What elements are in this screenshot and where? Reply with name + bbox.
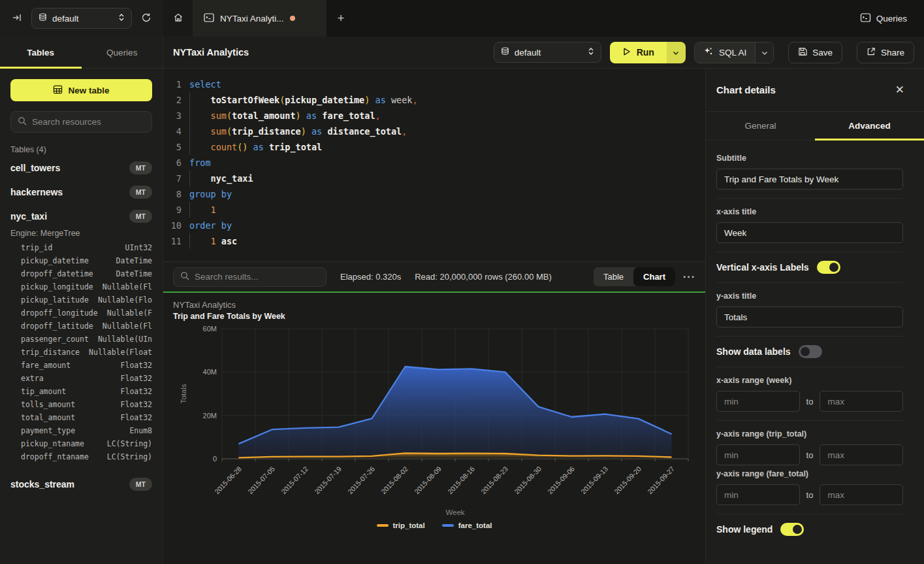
table-row-cell-towers[interactable]: cell_towers MT — [10, 156, 152, 180]
column-row: dropoff_datetimeDateTime — [21, 269, 152, 282]
code-line[interactable]: 9 1 — [163, 202, 705, 218]
chart-canvas[interactable]: 020M40M60M2015-06-282015-07-052015-07-12… — [173, 323, 705, 522]
divider — [716, 514, 903, 514]
yrange-fare-max-input[interactable] — [820, 484, 903, 505]
new-tab-button[interactable]: + — [327, 0, 355, 37]
xrange-max-input[interactable] — [820, 391, 903, 412]
code-line[interactable]: 6from — [163, 155, 705, 171]
table-row-stocks-stream[interactable]: stocks_stream MT — [10, 472, 152, 496]
xrange-min-input[interactable] — [716, 391, 800, 412]
search-results-input[interactable] — [195, 272, 319, 282]
data-labels-toggle[interactable] — [799, 345, 822, 358]
legend-item-fare_total[interactable]: fare_total — [442, 522, 492, 529]
svg-text:2015-07-19: 2015-07-19 — [313, 465, 343, 495]
results-more-button[interactable]: ··· — [683, 271, 695, 283]
sql-ai-button[interactable]: SQL AI — [695, 42, 755, 63]
code-line[interactable]: 4 sum(trip_distance) as distance_total, — [163, 124, 705, 139]
code-text: order by — [182, 218, 232, 233]
column-row: pickup_longitudeNullable(Fl — [21, 282, 152, 295]
code-line[interactable]: 11 1 asc — [163, 233, 705, 249]
range-to-label: to — [806, 490, 814, 500]
xaxis-title-input[interactable] — [716, 222, 903, 243]
refresh-button[interactable] — [138, 10, 154, 27]
sql-ai-options-button[interactable] — [755, 42, 773, 63]
sidebar-body: New table Tables (4) cell_towers MT hack… — [0, 69, 163, 564]
column-type: DateTime — [116, 269, 152, 282]
query-tab[interactable]: NYTaxi Analyti... — [193, 0, 327, 37]
yrange-trip-min-input[interactable] — [716, 444, 800, 465]
code-line[interactable]: 7 nyc_taxi — [163, 171, 705, 186]
view-toggle-chart[interactable]: Chart — [633, 267, 675, 286]
divider — [716, 252, 903, 252]
code-line[interactable]: 8group by — [163, 186, 705, 202]
yaxis-title-input[interactable] — [716, 307, 903, 327]
engine-badge: MT — [129, 186, 152, 199]
code-text: sum(total_amount) as fare_total, — [182, 108, 381, 124]
vertical-labels-row: Vertical x-axis Labels — [716, 261, 903, 274]
home-tab[interactable] — [163, 0, 193, 37]
sidebar-tab-queries[interactable]: Queries — [82, 37, 163, 68]
queries-button[interactable]: Queries — [860, 13, 907, 24]
legend-item-trip_total[interactable]: trip_total — [377, 522, 425, 529]
view-toggle-table[interactable]: Table — [594, 267, 633, 286]
code-line[interactable]: 1select — [163, 76, 705, 92]
column-name: pickup_longitude — [21, 282, 93, 295]
column-type: Float32 — [121, 400, 152, 413]
svg-text:20M: 20M — [203, 412, 217, 420]
search-resources-input[interactable] — [32, 117, 145, 127]
workspace: NYTaxi Analytics default Run — [163, 37, 924, 564]
share-button[interactable]: Share — [857, 42, 914, 63]
save-button[interactable]: Save — [788, 42, 842, 63]
chevron-down-icon — [673, 48, 679, 58]
column-row: tip_amountFloat32 — [21, 387, 152, 400]
new-table-button[interactable]: New table — [10, 79, 152, 101]
table-row-nyc-taxi[interactable]: nyc_taxi MT — [10, 204, 152, 228]
range-to-label: to — [806, 397, 814, 406]
vertical-labels-toggle[interactable] — [817, 261, 840, 274]
svg-text:2015-07-12: 2015-07-12 — [279, 465, 310, 495]
code-text: count() as trip_total — [182, 139, 322, 155]
sidebar-tab-tables[interactable]: Tables — [0, 37, 82, 68]
line-number: 6 — [163, 155, 182, 171]
run-database-select[interactable]: default — [494, 42, 601, 63]
svg-text:2015-09-13: 2015-09-13 — [579, 465, 609, 495]
database-select[interactable]: default — [31, 8, 132, 29]
column-name: total_amount — [21, 413, 75, 426]
column-type: DateTime — [116, 256, 152, 269]
code-line[interactable]: 5 count() as trip_total — [163, 139, 705, 155]
details-title: Chart details — [716, 84, 776, 95]
sidebar-collapse-button[interactable] — [9, 10, 25, 27]
tab-general[interactable]: General — [706, 112, 815, 140]
code-text: 1 — [182, 202, 216, 218]
chevron-down-icon — [761, 48, 768, 58]
code-line[interactable]: 3 sum(total_amount) as fare_total, — [163, 108, 705, 124]
subtitle-input[interactable] — [716, 169, 903, 190]
database-icon — [39, 13, 47, 24]
tab-advanced[interactable]: Advanced — [815, 112, 924, 140]
legend-toggle[interactable] — [780, 523, 804, 536]
unsaved-dot — [290, 16, 295, 21]
run-button[interactable]: Run — [610, 42, 667, 63]
indent-guide — [189, 124, 190, 139]
chart-details-panel: Chart details ✕ General Advanced Subtitl… — [705, 69, 924, 564]
run-options-button[interactable] — [667, 42, 686, 63]
yrange-fare-min-input[interactable] — [716, 484, 800, 505]
chart-title: NYTaxi Analytics — [173, 300, 705, 310]
legend-swatch — [377, 524, 389, 527]
code-line[interactable]: 2 toStartOfWeek(pickup_datetime) as week… — [163, 92, 705, 108]
app-window: default NYTaxi Analyti... + Queries — [0, 0, 924, 564]
code-line[interactable]: 10order by — [163, 218, 705, 233]
code-text: sum(trip_distance) as distance_total, — [182, 124, 407, 139]
topbar: default NYTaxi Analyti... + Queries — [0, 0, 924, 37]
table-row-hackernews[interactable]: hackernews MT — [10, 180, 152, 204]
yrange-trip-max-input[interactable] — [820, 444, 903, 465]
close-icon[interactable]: ✕ — [895, 83, 904, 97]
divider — [716, 282, 903, 283]
legend-toggle-label: Show legend — [716, 524, 773, 535]
column-type: Nullable(Fl — [103, 322, 152, 335]
line-number: 9 — [163, 202, 182, 218]
sql-editor[interactable]: 1select2 toStartOfWeek(pickup_datetime) … — [163, 69, 705, 261]
engine-label: Engine: MergeTree — [10, 229, 152, 238]
column-row: total_amountFloat32 — [21, 413, 152, 426]
svg-text:Week: Week — [445, 508, 464, 516]
